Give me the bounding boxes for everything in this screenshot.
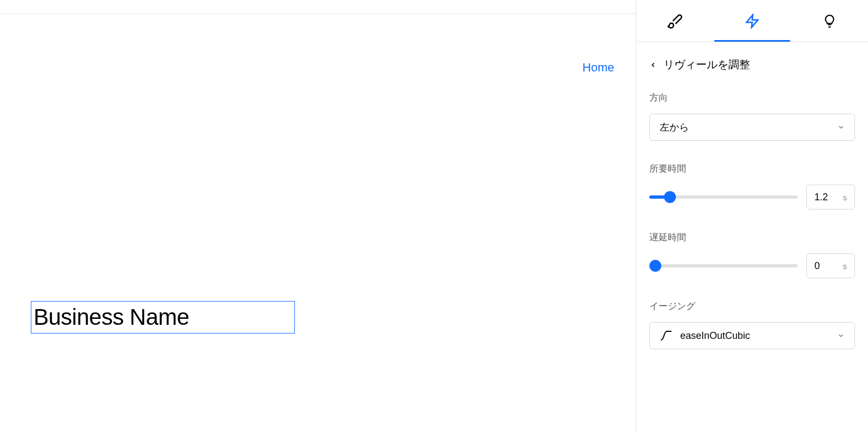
delay-slider-track bbox=[649, 264, 798, 267]
tab-animation[interactable] bbox=[714, 0, 790, 42]
home-link[interactable]: Home bbox=[582, 61, 614, 75]
lightbulb-icon bbox=[823, 14, 837, 28]
panel-back-header[interactable]: リヴィールを調整 bbox=[636, 42, 868, 83]
delay-slider-thumb[interactable] bbox=[649, 260, 661, 272]
duration-label: 所要時間 bbox=[649, 162, 855, 175]
tab-active-indicator bbox=[714, 40, 790, 42]
duration-unit: s bbox=[843, 193, 847, 202]
delay-input[interactable]: 0 s bbox=[806, 253, 855, 278]
duration-input[interactable]: 1.2 s bbox=[806, 185, 855, 210]
delay-label: 遅延時間 bbox=[649, 231, 855, 244]
duration-value: 1.2 bbox=[814, 192, 828, 203]
delay-unit: s bbox=[843, 261, 847, 271]
brush-icon bbox=[667, 13, 683, 29]
direction-value: 左から bbox=[660, 121, 689, 134]
easing-curve-icon bbox=[660, 329, 673, 342]
duration-slider-row: 1.2 s bbox=[649, 185, 855, 210]
delay-slider[interactable] bbox=[649, 260, 798, 271]
svg-marker-0 bbox=[746, 15, 758, 27]
panel-title: リヴィールを調整 bbox=[663, 57, 750, 72]
easing-label: イージング bbox=[649, 300, 855, 312]
chevron-down-icon bbox=[837, 332, 845, 339]
right-panel: リヴィールを調整 方向 左から 所要時間 1.2 s 遅延時 bbox=[636, 0, 868, 432]
direction-dropdown[interactable]: 左から bbox=[649, 114, 855, 141]
chevron-down-icon bbox=[837, 123, 845, 131]
delay-section: 遅延時間 0 s bbox=[636, 222, 868, 291]
selected-element-frame[interactable]: Business Name bbox=[31, 301, 295, 333]
panel-tabs bbox=[636, 0, 868, 42]
canvas-area[interactable]: Home Business Name bbox=[0, 14, 636, 432]
duration-section: 所要時間 1.2 s bbox=[636, 154, 868, 222]
tab-tips[interactable] bbox=[792, 0, 867, 42]
chevron-left-icon bbox=[649, 61, 657, 69]
tab-design[interactable] bbox=[637, 0, 713, 42]
lightning-icon bbox=[745, 14, 760, 29]
direction-section: 方向 左から bbox=[636, 83, 868, 154]
delay-value: 0 bbox=[814, 260, 820, 272]
easing-value: easeInOutCubic bbox=[680, 330, 750, 342]
easing-dropdown[interactable]: easeInOutCubic bbox=[649, 322, 855, 349]
duration-slider-thumb[interactable] bbox=[664, 191, 676, 203]
easing-section: イージング easeInOutCubic bbox=[636, 291, 868, 362]
duration-slider[interactable] bbox=[649, 192, 798, 202]
business-name-text[interactable]: Business Name bbox=[34, 304, 189, 330]
direction-label: 方向 bbox=[649, 91, 855, 104]
delay-slider-row: 0 s bbox=[649, 253, 855, 278]
